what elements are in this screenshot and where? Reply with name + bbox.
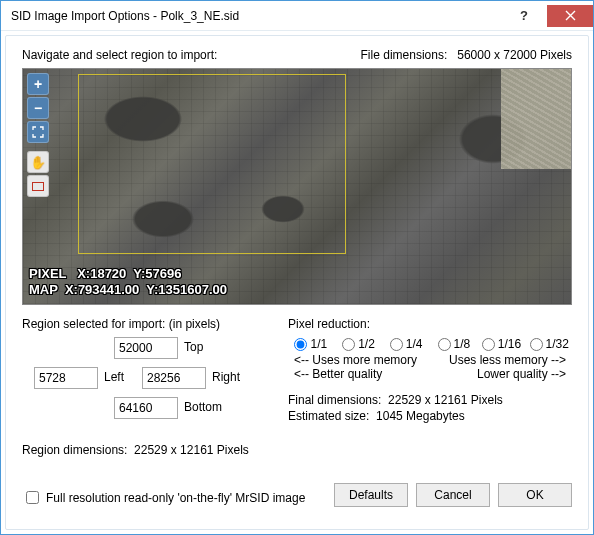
defaults-button[interactable]: Defaults [334, 483, 408, 507]
region-panel: Region selected for import: (in pixels) … [22, 317, 270, 457]
preview-toolbar: + − ✋ [27, 73, 49, 197]
zoom-in-button[interactable]: + [27, 73, 49, 95]
reduction-option-1-16[interactable]: 1/16 [479, 337, 525, 351]
selection-rectangle[interactable] [78, 74, 346, 254]
region-heading: Region selected for import: (in pixels) [22, 317, 270, 331]
full-resolution-label: Full resolution read-only 'on-the-fly' M… [46, 491, 305, 505]
coordinate-readout: PIXEL X:18720 Y:57696 MAP X:793441.00 Y:… [29, 266, 227, 299]
dialog-body: Navigate and select region to import: Fi… [5, 35, 589, 530]
quality-better-label: <-- Better quality [294, 367, 382, 381]
reduction-option-1-1[interactable]: 1/1 [288, 337, 334, 351]
reduction-panel: Pixel reduction: 1/1 1/2 1/4 1/8 1/16 1/… [288, 317, 572, 457]
close-button[interactable] [547, 5, 593, 27]
image-preview[interactable]: + − ✋ PIXEL X:18720 Y:57696 MAP X:793441… [22, 68, 572, 305]
reduction-heading: Pixel reduction: [288, 317, 572, 331]
left-label: Left [104, 370, 124, 384]
bottom-input[interactable] [114, 397, 178, 419]
reduction-option-1-4[interactable]: 1/4 [383, 337, 429, 351]
right-input[interactable] [142, 367, 206, 389]
cancel-button[interactable]: Cancel [416, 483, 490, 507]
window-title: SID Image Import Options - Polk_3_NE.sid [1, 9, 501, 23]
preview-texture [501, 69, 571, 169]
titlebar: SID Image Import Options - Polk_3_NE.sid… [1, 1, 593, 31]
bottom-label: Bottom [184, 400, 222, 414]
zoom-fit-button[interactable] [27, 121, 49, 143]
top-label: Top [184, 340, 203, 354]
memory-more-label: <-- Uses more memory [294, 353, 417, 367]
region-dimensions: Region dimensions: 22529 x 12161 Pixels [22, 443, 270, 457]
memory-less-label: Uses less memory --> [449, 353, 566, 367]
full-resolution-checkbox[interactable] [26, 491, 39, 504]
reduction-radios: 1/1 1/2 1/4 1/8 1/16 1/32 [288, 337, 572, 351]
reduction-option-1-8[interactable]: 1/8 [431, 337, 477, 351]
rectangle-icon [32, 182, 44, 191]
reduction-option-1-2[interactable]: 1/2 [336, 337, 382, 351]
quality-lower-label: Lower quality --> [477, 367, 566, 381]
navigate-label: Navigate and select region to import: [22, 48, 217, 62]
estimated-size: Estimated size: 1045 Megabytes [288, 409, 572, 423]
hand-icon: ✋ [30, 155, 46, 170]
select-region-button[interactable] [27, 175, 49, 197]
top-input[interactable] [114, 337, 178, 359]
expand-icon [32, 126, 44, 138]
pan-tool-button[interactable]: ✋ [27, 151, 49, 173]
close-icon [565, 10, 576, 21]
left-input[interactable] [34, 367, 98, 389]
final-dimensions: Final dimensions: 22529 x 12161 Pixels [288, 393, 572, 407]
ok-button[interactable]: OK [498, 483, 572, 507]
reduction-option-1-32[interactable]: 1/32 [526, 337, 572, 351]
help-button[interactable]: ? [501, 5, 547, 27]
file-dimensions: File dimensions: 56000 x 72000 Pixels [361, 48, 572, 62]
right-label: Right [212, 370, 240, 384]
zoom-out-button[interactable]: − [27, 97, 49, 119]
dialog-window: SID Image Import Options - Polk_3_NE.sid… [0, 0, 594, 535]
